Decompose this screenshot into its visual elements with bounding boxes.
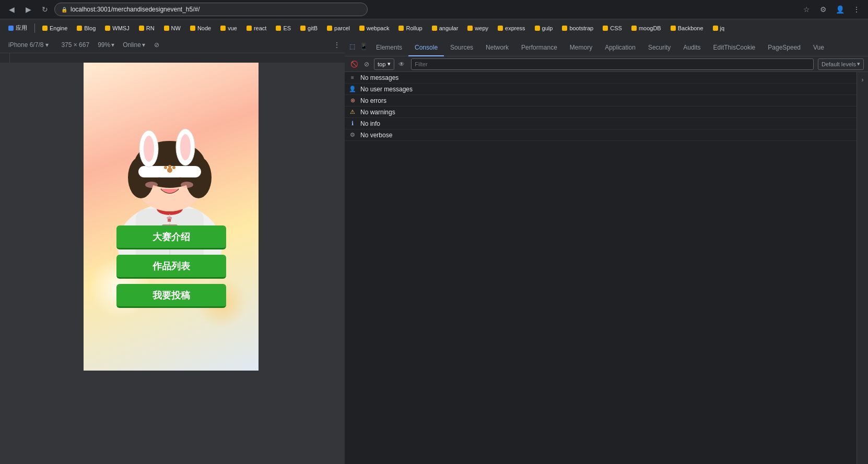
bookmark-icon xyxy=(498,26,503,31)
bookmark-wmsj[interactable]: WMSJ xyxy=(101,22,133,34)
info-icon: ℹ xyxy=(349,120,356,127)
star-button[interactable]: ☆ xyxy=(799,2,814,17)
filter-toggle[interactable]: ⊘ xyxy=(361,59,372,69)
bookmark-icon xyxy=(631,26,637,31)
bookmark-rn[interactable]: RN xyxy=(135,22,159,34)
bookmark-label: Backbone xyxy=(678,25,703,31)
bookmark-react[interactable]: react xyxy=(242,22,271,34)
forward-button[interactable]: ▶ xyxy=(21,2,36,17)
bookmark-icon xyxy=(713,26,718,31)
chevron-down-icon: ▾ xyxy=(142,41,145,49)
mobile-preview: ♛ 大赛介绍 作品列表 我要投稿 xyxy=(84,63,259,371)
works-list-button[interactable]: 作品列表 xyxy=(116,255,226,279)
tab-actions: ☆ ⚙ 👤 ⋮ xyxy=(799,2,864,17)
chevron-down-icon: ▾ xyxy=(388,61,391,67)
bookmark-node[interactable]: Node xyxy=(186,22,215,34)
refresh-button[interactable]: ↻ xyxy=(38,2,52,17)
device-toolbar-toggle[interactable]: 📱 xyxy=(358,41,369,52)
bookmark-label: ES xyxy=(283,25,291,31)
console-message-warning: ⚠ No warnings xyxy=(345,106,857,118)
bookmark-css[interactable]: CSS xyxy=(599,22,626,34)
bookmark-engine[interactable]: Engine xyxy=(38,22,72,34)
bookmark-label: parcel xyxy=(334,25,350,31)
bookmark-icon xyxy=(247,26,252,31)
network-selector[interactable]: Online ▾ xyxy=(123,41,145,49)
more-options-icon[interactable]: ⋮ xyxy=(333,41,341,49)
bookmark-moogdb[interactable]: moogDB xyxy=(627,22,665,34)
console-toolbar: 🚫 ⊘ top ▾ 👁 Default levels ▾ xyxy=(345,56,868,72)
profile-button[interactable]: 👤 xyxy=(832,2,847,17)
context-selector[interactable]: top ▾ xyxy=(374,58,394,70)
clear-console-button[interactable]: 🚫 xyxy=(349,59,359,69)
bookmark-rollup[interactable]: Rollup xyxy=(394,22,426,34)
bookmark-icon xyxy=(467,26,473,31)
bookmark-es[interactable]: ES xyxy=(272,22,295,34)
no-throttle-icon[interactable]: ⊘ xyxy=(151,40,162,50)
extensions-button[interactable]: ⚙ xyxy=(816,2,830,17)
tab-sources[interactable]: Sources xyxy=(444,40,479,56)
bookmark-label: RN xyxy=(146,25,155,31)
bookmark-express[interactable]: express xyxy=(494,22,530,34)
bookmark-icon xyxy=(77,26,82,31)
console-message-user: 👤 No user messages xyxy=(345,84,857,95)
tab-console[interactable]: Console xyxy=(408,40,444,56)
address-text: localhost:3001/merchandisedesignevent_h5… xyxy=(71,6,200,13)
console-message-error: ⊗ No errors xyxy=(345,95,857,106)
bookmark-label: 应用 xyxy=(16,24,27,32)
tab-performance[interactable]: Performance xyxy=(515,40,564,56)
bookmark-blog[interactable]: Blog xyxy=(73,22,100,34)
contest-intro-button[interactable]: 大赛介绍 xyxy=(116,225,226,249)
bookmark-icon xyxy=(327,26,332,31)
bookmark-parcel[interactable]: parcel xyxy=(323,22,354,34)
device-selector[interactable]: iPhone 6/7/8 ▾ xyxy=(4,39,53,51)
tab-network[interactable]: Network xyxy=(479,40,515,56)
submit-work-button[interactable]: 我要投稿 xyxy=(116,284,226,308)
menu-button[interactable]: ⋮ xyxy=(849,2,864,17)
bookmark-vue[interactable]: vue xyxy=(216,22,241,34)
console-message-info: ℹ No info xyxy=(345,118,857,129)
bookmark-icon xyxy=(139,26,144,31)
tab-vue[interactable]: Vue xyxy=(807,40,830,56)
bookmark-icon xyxy=(220,26,226,31)
svg-point-18 xyxy=(181,182,193,188)
bookmark-apps[interactable]: 应用 xyxy=(4,22,31,34)
tab-elements[interactable]: Elements xyxy=(370,40,408,56)
bookmark-label: vue xyxy=(228,25,237,31)
console-messages: ≡ No messages 👤 No user messages ⊗ No er… xyxy=(345,72,857,464)
bookmark-label: gulp xyxy=(542,25,553,31)
user-icon: 👤 xyxy=(349,86,356,93)
bookmark-gitb[interactable]: gitB xyxy=(296,22,322,34)
bookmark-bootstrap[interactable]: bootstrap xyxy=(558,22,597,34)
zoom-selector[interactable]: 99% ▾ xyxy=(98,41,114,49)
bookmark-icon xyxy=(276,26,281,31)
levels-selector[interactable]: Default levels ▾ xyxy=(818,58,864,70)
bookmark-jq[interactable]: jq xyxy=(709,22,729,34)
bookmark-backbone[interactable]: Backbone xyxy=(666,22,708,34)
bookmark-separator xyxy=(34,23,35,33)
back-button[interactable]: ◀ xyxy=(4,2,19,17)
tab-application[interactable]: Application xyxy=(599,40,642,56)
tab-security[interactable]: Security xyxy=(642,40,677,56)
bookmark-icon xyxy=(8,26,14,31)
eye-button[interactable]: 👁 xyxy=(396,59,407,69)
tab-audits[interactable]: Audits xyxy=(677,40,707,56)
address-bar[interactable]: 🔒 localhost:3001/merchandisedesignevent_… xyxy=(54,3,368,16)
tab-editthiscookie[interactable]: EditThisCookie xyxy=(707,40,762,56)
bookmark-icon xyxy=(359,26,365,31)
button-label: 我要投稿 xyxy=(153,289,190,302)
expand-panel-icon[interactable]: › xyxy=(862,76,864,84)
bookmark-nw[interactable]: NW xyxy=(160,22,185,34)
bookmark-angular[interactable]: angular xyxy=(428,22,463,34)
bookmark-wepy[interactable]: wepy xyxy=(463,22,492,34)
bookmark-label: Rollup xyxy=(406,25,422,31)
inspect-element-button[interactable]: ⬚ xyxy=(347,41,357,52)
bookmark-icon xyxy=(42,26,48,31)
bookmark-gulp[interactable]: gulp xyxy=(531,22,557,34)
tab-memory[interactable]: Memory xyxy=(564,40,599,56)
lock-icon: 🔒 xyxy=(61,7,67,13)
bookmark-label: gitB xyxy=(308,25,318,31)
console-filter-input[interactable] xyxy=(411,58,814,70)
tab-pagespeed[interactable]: PageSpeed xyxy=(761,40,807,56)
bookmark-webpack[interactable]: webpack xyxy=(355,22,393,34)
button-label: 大赛介绍 xyxy=(153,231,190,243)
